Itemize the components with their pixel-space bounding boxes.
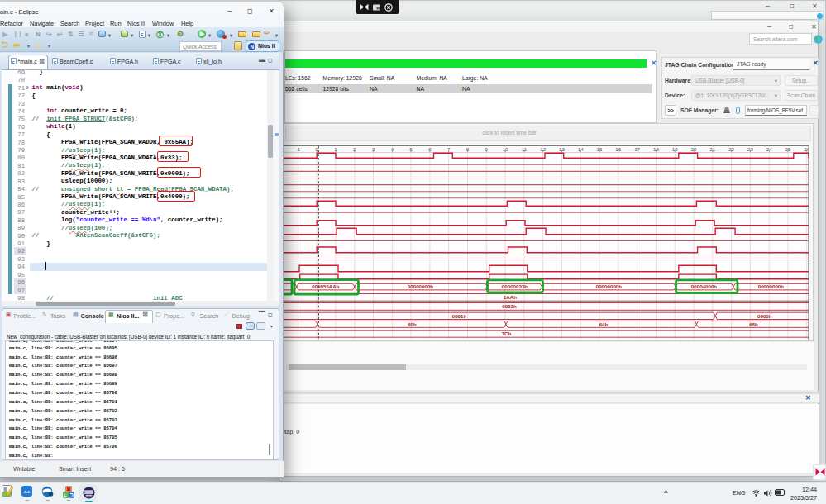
svg-text:00000000h: 00000000h [408,283,434,289]
svg-text:64h: 64h [599,321,609,327]
svg-text:1AAh: 1AAh [504,294,517,300]
svg-text:000055AAh: 000055AAh [312,283,340,289]
svg-text:68h: 68h [749,321,758,327]
svg-text:00000000h: 00000000h [758,283,785,289]
svg-text:00004000h: 00004000h [691,283,718,289]
svg-text:0033h: 0033h [502,303,517,309]
svg-text:0000h: 0000h [757,313,772,319]
svg-text:00000000h: 00000000h [596,283,623,289]
svg-text:60h: 60h [408,321,417,327]
svg-text:7Ch: 7Ch [502,330,512,336]
svg-text:00000033h: 00000033h [502,283,528,289]
svg-text:0001h: 0001h [452,313,467,319]
